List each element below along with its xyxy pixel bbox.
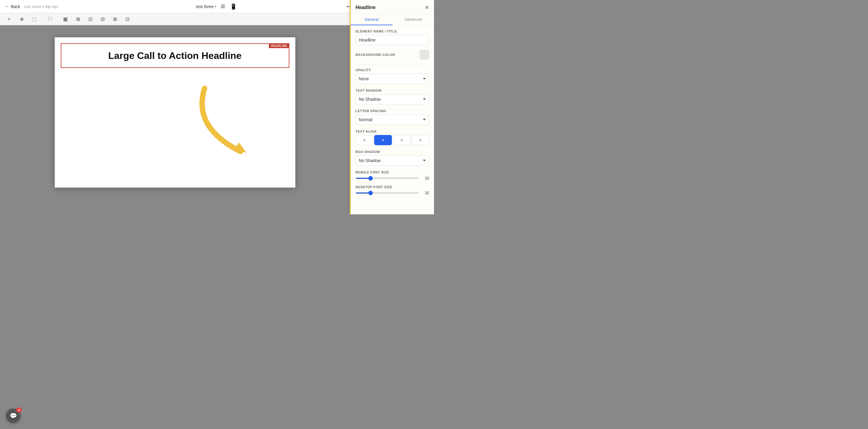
mobile-font-size-slider[interactable] xyxy=(355,178,419,179)
form-button[interactable]: ▦ xyxy=(61,15,69,23)
desktop-font-size-value: 32 xyxy=(422,191,429,195)
opacity-label: Opacity xyxy=(355,68,429,72)
back-button[interactable]: ← Back xyxy=(5,4,20,9)
layers-button[interactable]: ⊕ xyxy=(18,15,26,23)
text-shadow-label: Text Shadow xyxy=(355,89,429,92)
box-shadow-label: Box Shadow xyxy=(355,150,429,154)
background-color-row: BACKGROUND COLOR xyxy=(355,50,429,60)
background-color-swatch[interactable] xyxy=(420,50,429,60)
code-button[interactable]: 〈〉 xyxy=(43,15,57,24)
divider-1 xyxy=(355,64,429,65)
canvas-area: HEADLINE Large Call to Action Headline xyxy=(0,25,350,214)
tab-general[interactable]: General xyxy=(351,14,393,25)
headline-element-label: HEADLINE xyxy=(269,43,289,48)
letter-spacing-select[interactable]: Normal Wide Wider Widest xyxy=(355,114,429,125)
grid-button[interactable]: ⊞ xyxy=(74,15,82,23)
letter-spacing-label: Letter Spacing xyxy=(355,109,429,113)
section-button[interactable]: ⊡ xyxy=(87,15,94,23)
pages-button[interactable]: ⬚ xyxy=(30,15,38,23)
align-right-button[interactable]: ≡ xyxy=(393,135,410,145)
panel-close-button[interactable]: ✕ xyxy=(425,4,429,11)
box-shadow-select[interactable]: No Shadow Small Medium Large xyxy=(355,156,429,166)
text-align-buttons: ≡ ≡ ≡ ≡ xyxy=(355,135,429,145)
letter-spacing-group: Letter Spacing Normal Wide Wider Widest xyxy=(355,109,429,125)
panel-tabs: General Advanced xyxy=(351,14,434,25)
page-name[interactable]: test three ▾ xyxy=(196,4,216,9)
align-justify-button[interactable]: ≡ xyxy=(412,135,429,145)
text-shadow-group: Text Shadow No Shadow Small Medium Large xyxy=(355,89,429,104)
desktop-font-size-group: Desktop Font Size 32 xyxy=(355,185,429,195)
element-name-group: Element Name / Title xyxy=(355,29,429,45)
opacity-select[interactable]: None 25% 50% 75% xyxy=(355,74,429,84)
box-shadow-group: Box Shadow No Shadow Small Medium Large xyxy=(355,150,429,166)
extra-button[interactable]: ⊡ xyxy=(124,15,131,23)
top-nav-center: test three ▾ 🖥 📱 xyxy=(196,2,238,11)
text-align-group: TEXT ALIGN ≡ ≡ ≡ ≡ xyxy=(355,130,429,145)
page-name-text: test three xyxy=(196,4,214,9)
mobile-font-size-group: Mobile Font Size 32 xyxy=(355,170,429,180)
desktop-font-size-slider[interactable] xyxy=(355,192,419,194)
panel-content: Element Name / Title BACKGROUND COLOR Op… xyxy=(351,25,434,204)
device-icons: 🖥 📱 xyxy=(219,2,238,11)
add-element-button[interactable]: ＋ xyxy=(5,15,13,24)
panel-title: Headline xyxy=(355,5,376,10)
back-label: Back xyxy=(11,4,20,9)
desktop-font-size-slider-row: 32 xyxy=(355,191,429,195)
background-color-label: BACKGROUND COLOR xyxy=(355,53,395,57)
text-shadow-select[interactable]: No Shadow Small Medium Large xyxy=(355,94,429,104)
tab-advanced[interactable]: Advanced xyxy=(393,14,434,25)
desktop-font-size-label: Desktop Font Size xyxy=(355,185,429,189)
mobile-font-size-value: 32 xyxy=(422,176,429,180)
last-saved-text: Last saved a day ago xyxy=(24,4,58,9)
page-name-chevron-icon: ▾ xyxy=(215,5,216,8)
opacity-group: Opacity None 25% 50% 75% xyxy=(355,68,429,84)
canvas-page: HEADLINE Large Call to Action Headline xyxy=(55,37,296,188)
align-left-button[interactable]: ≡ xyxy=(355,135,373,145)
element-name-label: Element Name / Title xyxy=(355,29,429,33)
top-nav-left: ← Back Last saved a day ago xyxy=(5,4,58,9)
mobile-font-size-label: Mobile Font Size xyxy=(355,170,429,174)
block-button[interactable]: ⊟ xyxy=(99,15,106,23)
right-panel: Headline ✕ General Advanced Element Name… xyxy=(350,0,434,214)
panel-header: Headline ✕ xyxy=(351,0,434,14)
align-center-button[interactable]: ≡ xyxy=(374,135,392,145)
desktop-view-button[interactable]: 🖥 xyxy=(219,2,226,11)
mobile-view-button[interactable]: 📱 xyxy=(229,2,238,11)
back-arrow-icon: ← xyxy=(5,4,10,9)
element-name-input[interactable] xyxy=(355,35,429,45)
headline-block[interactable]: HEADLINE Large Call to Action Headline xyxy=(61,43,289,68)
text-align-label: TEXT ALIGN xyxy=(355,130,429,133)
mobile-font-size-slider-row: 32 xyxy=(355,176,429,180)
media-button[interactable]: ⊞ xyxy=(111,15,119,23)
headline-text: Large Call to Action Headline xyxy=(73,50,277,61)
